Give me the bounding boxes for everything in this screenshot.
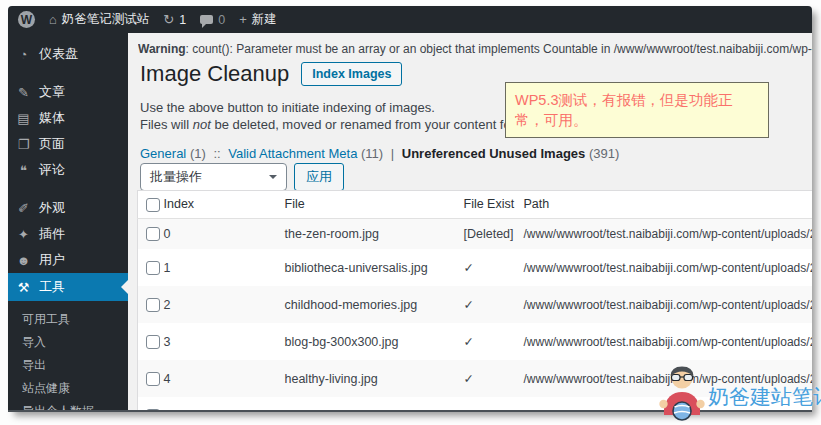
submenu-item-site-health[interactable]: 站点健康 — [8, 377, 128, 400]
cell-path: /www/wwwroot/test.naibabiji.com/wp-conte… — [520, 249, 813, 286]
cell-file-exist: ✓ — [460, 397, 520, 412]
current-menu-arrow — [114, 280, 128, 294]
sidebar-item-label: 文章 — [39, 83, 65, 101]
appearance-icon: ✐ — [16, 201, 31, 216]
cell-file-link[interactable]: bibliotheca-universalis.jpg — [281, 249, 460, 286]
sidebar-item-comments[interactable]: ❝ 评论 — [8, 157, 128, 183]
sidebar-item-label: 插件 — [39, 225, 65, 243]
filter-separator: :: — [209, 146, 224, 161]
select-all-checkbox[interactable] — [146, 198, 160, 212]
filter-links: General (1) :: Valid Attachment Meta (11… — [140, 146, 619, 161]
media-icon: ▤ — [16, 111, 31, 126]
table-row: 0 the-zen-room.jpg [Deleted] /www/wwwroo… — [138, 218, 813, 249]
comments-icon — [200, 15, 213, 24]
description-line-2: Files will not be deleted, moved or rena… — [140, 116, 535, 133]
cell-file-exist: ✓ — [460, 286, 520, 323]
table-row: 3 blog-bg-300x300.jpg ✓ /www/wwwroot/tes… — [138, 323, 813, 360]
warning-text: : count(): Parameter must be an array or… — [186, 42, 812, 56]
plus-icon: + — [239, 12, 247, 27]
filter-unreferenced-unused-images[interactable]: Unreferenced Unused Images — [402, 146, 586, 161]
filter-unreferenced-count: (391) — [589, 146, 619, 161]
chevron-down-icon — [269, 175, 277, 183]
cell-file-link[interactable]: blog-bg-300x300.jpg — [281, 323, 460, 360]
php-warning: Warning: count(): Parameter must be an a… — [138, 42, 812, 56]
submenu-item-import[interactable]: 导入 — [8, 331, 128, 354]
wordpress-logo-icon: W — [18, 11, 35, 28]
sidebar-item-label: 工具 — [39, 278, 65, 296]
wp-logo-menu[interactable]: W — [18, 11, 35, 28]
comments-bubble-icon: ❝ — [16, 163, 31, 178]
admin-bar: W ⌂ 奶爸笔记测试站 ↻ 1 0 + 新建 — [8, 6, 812, 33]
cell-index: 2 — [160, 286, 281, 323]
cell-index: 3 — [160, 323, 281, 360]
sidebar-item-label: 评论 — [39, 161, 65, 179]
filter-separator: | — [387, 146, 398, 161]
row-checkbox[interactable] — [146, 335, 160, 349]
sidebar-item-dashboard[interactable]: ◔ 仪表盘 — [8, 41, 128, 67]
index-images-button[interactable]: Index Images — [301, 62, 402, 86]
cell-file-link[interactable]: childhood-memories.jpg — [281, 286, 460, 323]
site-name: 奶爸笔记测试站 — [62, 11, 150, 28]
row-checkbox[interactable] — [146, 409, 160, 412]
header-index: Index — [160, 191, 281, 219]
cell-index: 0 — [160, 218, 281, 249]
description-line-1: Use the above button to initiate indexin… — [140, 99, 535, 116]
submenu-item-export-personal-data[interactable]: 导出个人数据 — [8, 400, 128, 412]
wordpress-admin-window: W ⌂ 奶爸笔记测试站 ↻ 1 0 + 新建 ◔ 仪表盘 ✎ 文章 — [8, 6, 812, 412]
row-checkbox[interactable] — [146, 227, 160, 241]
site-watermark: 奶爸建站笔记 — [658, 363, 821, 421]
dashboard-icon: ◔ — [16, 47, 31, 62]
sidebar-item-label: 媒体 — [39, 109, 65, 127]
page-title: Image Cleanup — [140, 61, 289, 87]
sidebar-item-label: 外观 — [39, 199, 65, 217]
cell-path: /www/wwwroot/test.naibabiji.com/wp-conte… — [520, 218, 813, 249]
cell-file-exist: ✓ — [460, 249, 520, 286]
row-checkbox[interactable] — [146, 372, 160, 386]
updates-icon: ↻ — [163, 12, 174, 27]
sidebar-item-tools[interactable]: ⚒ 工具 — [8, 273, 128, 301]
table-row: 1 bibliotheca-universalis.jpg ✓ /www/www… — [138, 249, 813, 286]
description-text: Use the above button to initiate indexin… — [140, 99, 535, 133]
annotation-note: WP5.3测试，有报错，但是功能正常，可用。 — [505, 82, 769, 138]
cell-file-link[interactable]: healthy-living.jpg — [281, 360, 460, 397]
sidebar-item-plugins[interactable]: ✦ 插件 — [8, 221, 128, 247]
watermark-text: 奶爸建站笔记 — [708, 386, 821, 407]
cell-index: 4 — [160, 360, 281, 397]
sidebar-item-users[interactable]: ☻ 用户 — [8, 247, 128, 273]
users-icon: ☻ — [16, 253, 31, 268]
cell-file-exist: [Deleted] — [460, 218, 520, 249]
emphasis-not: not — [193, 117, 211, 132]
cell-path: /www/wwwroot/test.naibabiji.com/wp-conte… — [520, 286, 813, 323]
site-name-link[interactable]: ⌂ 奶爸笔记测试站 — [49, 11, 149, 28]
sidebar-item-label: 仪表盘 — [39, 45, 78, 63]
apply-button[interactable]: 应用 — [294, 163, 344, 191]
sidebar-item-posts[interactable]: ✎ 文章 — [8, 79, 128, 105]
submenu-item-export[interactable]: 导出 — [8, 354, 128, 377]
main-content: Warning: count(): Parameter must be an a… — [128, 33, 812, 412]
filter-general[interactable]: General — [140, 146, 186, 161]
submenu-item-available-tools[interactable]: 可用工具 — [8, 308, 128, 331]
cell-index: 1 — [160, 249, 281, 286]
cell-path: /www/wwwroot/test.naibabiji.com/wp-conte… — [520, 323, 813, 360]
filter-valid-attachment-meta-count: (11) — [361, 146, 383, 161]
warning-prefix: Warning — [138, 42, 186, 56]
row-checkbox[interactable] — [146, 261, 160, 275]
admin-sidebar: ◔ 仪表盘 ✎ 文章 ▤ 媒体 ❐ 页面 ❝ 评论 ✐ 外观 — [8, 33, 128, 412]
pages-icon: ❐ — [16, 137, 31, 152]
sidebar-item-label: 用户 — [39, 251, 65, 269]
filter-general-count: (1) — [190, 146, 206, 161]
header-file: File — [281, 191, 460, 219]
cell-index: 5 — [160, 397, 281, 412]
updates-count: 1 — [179, 13, 186, 27]
filter-valid-attachment-meta[interactable]: Valid Attachment Meta — [228, 146, 357, 161]
sidebar-item-appearance[interactable]: ✐ 外观 — [8, 195, 128, 221]
comments-link[interactable]: 0 — [200, 13, 225, 27]
sidebar-item-pages[interactable]: ❐ 页面 — [8, 131, 128, 157]
updates-link[interactable]: ↻ 1 — [163, 12, 186, 27]
cell-file-link[interactable]: lazy-sunday.jpg — [281, 397, 460, 412]
new-content-menu[interactable]: + 新建 — [239, 11, 277, 28]
bulk-action-select[interactable]: 批量操作 — [140, 163, 287, 191]
row-checkbox[interactable] — [146, 298, 160, 312]
header-path: Path — [520, 191, 813, 219]
sidebar-item-media[interactable]: ▤ 媒体 — [8, 105, 128, 131]
